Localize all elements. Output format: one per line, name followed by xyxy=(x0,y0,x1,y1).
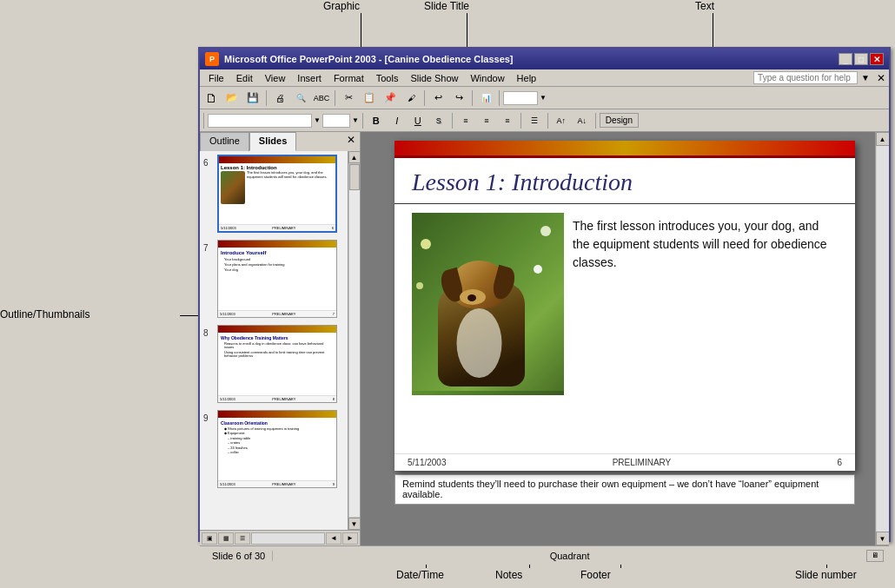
scroll-thumb[interactable] xyxy=(349,164,360,190)
slide-editing-area: Lesson 1: Introduction xyxy=(361,132,889,545)
date-time-annotation: Date/Time xyxy=(396,569,444,581)
shadow-btn[interactable]: S xyxy=(429,112,448,129)
menu-window[interactable]: Window xyxy=(465,72,509,84)
outline-thumbnails-annotation: Outline/Thumbnails xyxy=(0,308,90,320)
bullets-btn[interactable]: ☰ xyxy=(525,112,544,129)
ppt-window: P Microsoft Office PowerPoint 2003 - [Ca… xyxy=(198,47,891,542)
scroll-right-btn[interactable]: ► xyxy=(342,532,358,545)
notes-area[interactable]: Remind students they’ll need to purchase… xyxy=(394,474,855,505)
open-btn[interactable]: 📂 xyxy=(222,89,242,107)
slide-number-annotation: Slide number xyxy=(795,569,857,581)
slide-scroll-down[interactable]: ▼ xyxy=(876,532,890,545)
menu-tools[interactable]: Tools xyxy=(371,72,404,84)
menu-slideshow[interactable]: Slide Show xyxy=(405,72,463,84)
slide-footer-date: 5/11/2003 xyxy=(408,458,447,467)
slide-footer-center: PRELIMINARY xyxy=(613,458,672,467)
font-dropdown[interactable]: ▼ xyxy=(314,116,321,124)
menu-edit[interactable]: Edit xyxy=(231,72,258,84)
font-size-input[interactable]: 18 xyxy=(322,114,350,128)
slide-thumb-6[interactable]: 6 Lesson 1: Introduction The first lesso… xyxy=(203,155,344,233)
view-slide-btn[interactable]: ▦ xyxy=(218,532,234,545)
help-dropdown[interactable]: ▼ xyxy=(859,73,872,83)
slide-canvas[interactable]: Lesson 1: Introduction xyxy=(394,141,855,471)
align-right-btn[interactable]: ≡ xyxy=(498,112,517,129)
scroll-up-btn[interactable]: ▲ xyxy=(348,151,361,163)
new-btn[interactable]: 🗋 xyxy=(202,89,221,107)
print-btn[interactable]: 🖨 xyxy=(270,89,289,107)
copy-btn[interactable]: 📋 xyxy=(360,89,379,107)
outline-thumbnails-line xyxy=(180,315,199,316)
decrease-font-btn[interactable]: A↓ xyxy=(573,112,592,129)
quadrant-status: Quadrant xyxy=(550,551,590,561)
slide-scroll-track[interactable] xyxy=(877,146,889,532)
zoom-dropdown[interactable]: ▼ xyxy=(540,94,547,102)
view-outline-btn[interactable]: ☰ xyxy=(235,532,250,545)
slide-scroll-up[interactable]: ▲ xyxy=(876,132,890,146)
align-center-btn[interactable]: ≡ xyxy=(477,112,496,129)
slide-9-thumbnail[interactable]: Classroom Orientation ◆ Show pictures of… xyxy=(217,410,337,488)
status-icon-1[interactable]: 🖥 xyxy=(866,550,884,562)
toolbar-formatting: Times New Roman ▼ 18 ▼ B I U S ≡ ≡ ≡ ☰ A… xyxy=(200,109,889,132)
slide-8-thumbnail[interactable]: Why Obedience Training Matters Reasons t… xyxy=(217,325,337,403)
menu-view[interactable]: View xyxy=(260,72,291,84)
redo-btn[interactable]: ↪ xyxy=(449,89,468,107)
undo-btn[interactable]: ↩ xyxy=(428,89,448,107)
scroll-down-btn[interactable]: ▼ xyxy=(348,518,361,530)
slide-6-thumbnail[interactable]: Lesson 1: Introduction The first lesson … xyxy=(217,155,337,233)
slides-list: 6 Lesson 1: Introduction The first lesso… xyxy=(200,151,348,530)
thumb7-bullet-1: Your background xyxy=(224,257,334,261)
view-normal-btn[interactable]: ▣ xyxy=(202,532,217,545)
close-button[interactable]: ✕ xyxy=(870,53,884,65)
slide-7-thumbnail[interactable]: Introduce Yourself Your background Your … xyxy=(217,240,337,318)
font-selector[interactable]: Times New Roman xyxy=(208,114,312,128)
main-area: Outline Slides ✕ 6 Lesson 1: Introductio… xyxy=(200,132,889,545)
bold-btn[interactable]: B xyxy=(367,112,386,129)
paste-btn[interactable]: 📌 xyxy=(381,89,400,107)
slide-thumb-8[interactable]: 8 Why Obedience Training Matters Reasons… xyxy=(203,325,344,403)
increase-font-btn[interactable]: A↑ xyxy=(552,112,571,129)
menu-file[interactable]: File xyxy=(203,72,229,84)
size-dropdown[interactable]: ▼ xyxy=(352,116,359,124)
maximize-button[interactable]: □ xyxy=(854,53,868,65)
italic-btn[interactable]: I xyxy=(388,112,407,129)
thumb7-title: Introduce Yourself xyxy=(221,250,334,255)
format-painter[interactable]: 🖌 xyxy=(401,89,421,107)
zoom-input[interactable]: 55% xyxy=(503,91,538,105)
design-button[interactable]: Design xyxy=(600,113,639,128)
underline-btn[interactable]: U xyxy=(408,112,428,129)
slide-6-number: 6 xyxy=(203,158,214,168)
thumb9-title: Classroom Orientation xyxy=(221,420,334,426)
scroll-track[interactable] xyxy=(348,163,361,518)
thumb9-bullet-3: – training table xyxy=(228,437,334,440)
panel-close-btn[interactable]: ✕ xyxy=(342,132,360,151)
thumb9-bullet-5: – 24 leashes xyxy=(228,446,334,450)
slides-tab[interactable]: Slides xyxy=(249,132,296,151)
panel-tabs: Outline Slides ✕ xyxy=(200,132,360,151)
cut-btn[interactable]: ✂ xyxy=(339,89,358,107)
menu-help[interactable]: Help xyxy=(512,72,542,84)
window-title: Microsoft Office PowerPoint 2003 - [Cani… xyxy=(224,54,839,64)
notes-annotation: Notes xyxy=(495,569,522,581)
help-search[interactable] xyxy=(753,71,858,84)
text-annotation-line xyxy=(713,13,713,51)
thumb7-bullet-3: Your dog xyxy=(224,268,334,272)
close-panel-btn[interactable]: ✕ xyxy=(877,72,885,84)
menu-insert[interactable]: Insert xyxy=(292,72,327,84)
spell-btn[interactable]: ABC xyxy=(312,89,331,107)
menu-format[interactable]: Format xyxy=(328,72,369,84)
preview-btn[interactable]: 🔍 xyxy=(291,89,310,107)
thumb9-bullet-6: – collar xyxy=(228,451,334,454)
outline-tab[interactable]: Outline xyxy=(200,132,249,151)
slide-thumb-9[interactable]: 9 Classroom Orientation ◆ Show pictures … xyxy=(203,410,344,488)
horizontal-scroll[interactable] xyxy=(251,532,325,545)
app-icon: P xyxy=(205,52,219,66)
thumb8-bullet-1: Reasons to enroll a dog in obedience cla… xyxy=(224,342,334,350)
chart-btn[interactable]: 📊 xyxy=(476,89,495,107)
minimize-button[interactable]: _ xyxy=(839,53,852,65)
align-left-btn[interactable]: ≡ xyxy=(456,112,475,129)
scroll-left-btn[interactable]: ◄ xyxy=(326,532,341,545)
save-btn[interactable]: 💾 xyxy=(243,89,262,107)
graphic-annotation: Graphic xyxy=(323,0,360,12)
thumb8-bullet-2: Using consistent commands and to limit t… xyxy=(224,351,334,359)
slide-thumb-7[interactable]: 7 Introduce Yourself Your background You… xyxy=(203,240,344,318)
